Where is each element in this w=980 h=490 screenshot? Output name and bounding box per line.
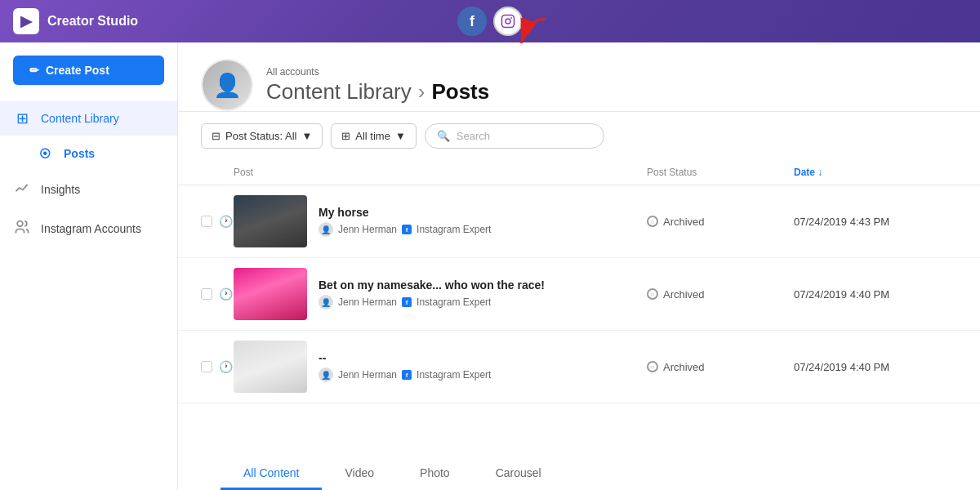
fb-badge-3: f [402,370,412,380]
status-label-1: Archived [663,216,705,228]
all-time-filter[interactable]: ⊞ All time ▼ [331,123,416,149]
author-badge-2: Instagram Expert [416,296,491,308]
status-cell-3: ○ Archived [647,361,794,373]
all-time-label: All time [355,130,390,142]
table-header: Post Post Status Date ↓ [178,160,980,185]
page-title: Content Library › Posts [266,79,957,105]
toolbar: ⊟ Post Status: All ▼ ⊞ All time ▼ 🔍 Sear… [178,112,980,160]
svg-point-4 [17,221,23,227]
author-avatar-1: 👤 [318,222,333,237]
tab-photo[interactable]: Photo [397,458,473,490]
status-label-2: Archived [663,288,705,301]
post-author-2: 👤 Jenn Herman f Instagram Expert [318,295,647,310]
logo: ▶ Creator Studio [13,8,138,34]
logo-icon: ▶ [13,8,39,34]
row-checkbox-2[interactable] [201,288,212,300]
table-row: 🕐 Bet on my namesake... who won the race… [178,258,980,331]
post-cell-2: Bet on my namesake... who won the race! … [234,268,647,320]
post-title-2: Bet on my namesake... who won the race! [318,278,647,292]
tab-all-content[interactable]: All Content [220,458,322,490]
thumb-image-3 [234,341,307,393]
sidebar-item-insights[interactable]: Insights [0,172,177,207]
date-cell-2: 07/24/2019 4:40 PM [794,288,957,301]
clock-icon-3: 🕐 [219,360,233,373]
svg-rect-0 [502,16,514,28]
avatar: 👤 [201,59,253,111]
post-cell-1: My horse 👤 Jenn Herman f Instagram Exper… [234,195,647,247]
author-badge-3: Instagram Expert [416,369,491,381]
tab-video[interactable]: Video [322,458,397,490]
create-post-button[interactable]: ✏ Create Post [13,56,164,85]
content-library-icon: ⊞ [13,109,31,127]
table-row: 🕐 -- 👤 Jenn Herman f Instagram Expert [178,331,980,403]
fb-badge-2: f [402,297,412,307]
post-status-filter[interactable]: ⊟ Post Status: All ▼ [201,123,323,149]
col-checkbox-header [201,167,234,178]
author-name-2: Jenn Herman [338,296,397,308]
page-header-text: All accounts Content Library › Posts [266,66,957,105]
row-checkbox-1[interactable] [201,216,212,227]
post-status-chevron: ▼ [301,130,312,142]
all-time-icon: ⊞ [341,130,350,142]
sidebar-item-insights-label: Insights [41,183,80,196]
post-thumbnail-1 [234,195,307,247]
thumb-image-2 [234,268,307,320]
sidebar-item-content-library-label: Content Library [41,112,119,125]
thumb-image-1 [234,195,307,247]
create-post-label: Create Post [46,64,109,77]
insights-icon [13,180,31,199]
breadcrumb-posts: Posts [431,79,489,105]
date-cell-1: 07/24/2019 4:43 PM [794,216,957,228]
breadcrumb-separator: › [418,79,425,105]
search-placeholder: Search [457,130,490,142]
social-icon-group: f [457,7,523,36]
app-name: Creator Studio [47,14,138,29]
create-post-icon: ✏ [29,64,39,77]
fb-badge-1: f [402,225,412,234]
post-info-1: My horse 👤 Jenn Herman f Instagram Exper… [318,206,647,237]
post-thumbnail-3 [234,341,307,393]
post-info-2: Bet on my namesake... who won the race! … [318,278,647,310]
search-box[interactable]: 🔍 Search [425,123,604,149]
author-avatar-3: 👤 [318,368,333,382]
instagram-accounts-icon [13,219,31,238]
breadcrumb-library: Content Library [266,79,412,105]
table-row: 🕐 My horse 👤 Jenn Herman f Instagram Exp… [178,185,980,258]
status-dot-1: ○ [647,216,658,227]
row-checkbox-3[interactable] [201,361,212,372]
author-name-1: Jenn Herman [338,224,397,235]
post-title-3: -- [318,351,647,364]
author-avatar-2: 👤 [318,295,333,310]
svg-point-2 [510,17,512,19]
clock-icon-2: 🕐 [219,287,233,301]
page-header: 👤 All accounts Content Library › Posts A… [178,42,980,112]
col-date-header[interactable]: Date ↓ [794,167,957,178]
sidebar-item-content-library[interactable]: ⊞ Content Library [0,101,177,136]
facebook-icon[interactable]: f [457,7,487,36]
avatar-image: 👤 [203,60,252,109]
sidebar-item-posts-label: Posts [64,147,95,160]
instagram-icon[interactable] [493,7,523,36]
post-title-1: My horse [318,206,647,219]
status-cell-2: ○ Archived [647,288,794,301]
row-check-1: 🕐 [201,215,234,228]
content-area: 👤 All accounts Content Library › Posts A… [178,42,980,490]
post-thumbnail-2 [234,268,307,320]
post-info-3: -- 👤 Jenn Herman f Instagram Expert [318,351,647,382]
author-badge-1: Instagram Expert [416,224,491,235]
post-author-3: 👤 Jenn Herman f Instagram Expert [318,368,647,382]
tab-carousel[interactable]: Carousel [473,458,564,490]
sidebar-item-instagram-accounts[interactable]: Instagram Accounts [0,211,177,247]
main-layout: ✏ Create Post ⊞ Content Library ⦿ Posts … [0,42,980,490]
col-post-header: Post [234,167,647,178]
sidebar-item-posts[interactable]: ⦿ Posts [0,139,177,168]
status-cell-1: ○ Archived [647,216,794,228]
col-status-header: Post Status [647,167,794,178]
search-icon: 🔍 [437,130,450,142]
status-dot-3: ○ [647,361,658,372]
all-time-chevron: ▼ [395,130,406,142]
svg-point-1 [506,19,510,24]
date-cell-3: 07/24/2019 4:40 PM [794,361,957,373]
clock-icon-1: 🕐 [219,215,233,228]
status-label-3: Archived [663,361,705,373]
